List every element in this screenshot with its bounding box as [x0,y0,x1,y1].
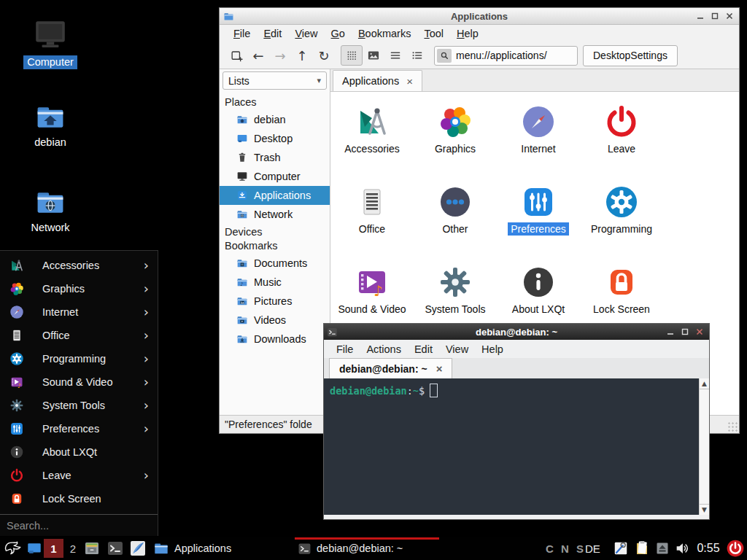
start-menu-item-about-lxqt[interactable]: About LXQt [0,440,158,464]
keyboard-indicator[interactable]: C N S [546,537,586,560]
app-preferences[interactable]: Preferences [497,178,580,258]
menu-help[interactable]: Help [450,26,485,41]
quicklaunch-terminal[interactable] [106,540,125,557]
scroll-down-icon[interactable]: ▼ [700,504,709,515]
menu-bookmarks[interactable]: Bookmarks [352,26,418,41]
app-accessories[interactable]: Accessories [330,98,414,178]
sidebar-item-downloads[interactable]: Downloads [220,330,330,349]
sidebar-item-network[interactable]: Network [220,205,330,224]
trash-icon [236,152,248,163]
file-cabinet-icon [83,540,101,557]
app-graphics[interactable]: Graphics [414,98,497,178]
show-desktop-button[interactable] [25,540,44,556]
resize-grip[interactable] [727,421,738,432]
submenu-arrow-icon: › [144,374,149,389]
task-button-file-manager[interactable]: Applications [150,537,290,560]
power-button[interactable] [726,539,745,558]
workspace-1-button[interactable]: 1 [44,539,63,558]
tab-bar: Applications × [330,69,739,92]
desktop-icon-computer[interactable]: Computer [9,16,91,69]
menu-go[interactable]: Go [325,26,352,41]
menu-file[interactable]: File [227,26,257,41]
desktop-icon [236,133,248,144]
sidebar-item-videos[interactable]: Videos [220,311,330,330]
quicklaunch-file-manager[interactable] [82,540,101,557]
clock[interactable]: 0:55 [693,537,724,560]
start-menu-item-office[interactable]: Office › [0,324,158,347]
terminal-tab[interactable]: debian@debian: ~ × [329,358,452,378]
sidebar-item-music[interactable]: Music [220,273,330,292]
close-icon[interactable]: × [436,363,443,374]
compact-view-button[interactable] [384,45,406,66]
menu-help[interactable]: Help [475,342,510,357]
main-menu-button[interactable] [2,539,22,558]
workspace-2-button[interactable]: 2 [66,539,80,558]
start-menu-item-programming[interactable]: Programming › [0,347,158,370]
address-bar[interactable]: menu://applications/ [434,46,578,66]
start-menu-item-internet[interactable]: Internet › [0,300,158,324]
menu-actions[interactable]: Actions [360,342,408,357]
file-manager-titlebar[interactable]: Applications [220,8,739,25]
desktop-icon-network[interactable]: Network [9,186,91,235]
desktop-settings-button[interactable]: DesktopSettings [583,45,678,66]
sidebar-item-pictures[interactable]: Pictures [220,292,330,311]
sidebar-item-desktop[interactable]: Desktop [220,129,330,148]
new-tab-button[interactable] [225,45,247,66]
start-menu-item-preferences[interactable]: Preferences › [0,417,158,440]
terminal-window: debian@debian: ~ File Actions Edit View … [323,323,710,520]
leave-icon [604,104,639,139]
sidebar-item-documents[interactable]: Documents [220,254,330,273]
icon-view-button[interactable] [341,45,363,66]
tab-applications[interactable]: Applications × [333,70,422,91]
start-menu-item-lock-screen[interactable]: Lock Screen [0,487,158,510]
eject-tray-icon[interactable] [655,541,670,556]
start-menu-item-system-tools[interactable]: System Tools › [0,394,158,417]
terminal-scrollbar[interactable]: ▲ ▼ [699,378,709,515]
app-leave[interactable]: Leave [580,98,663,178]
menu-edit[interactable]: Edit [257,26,288,41]
address-text[interactable]: menu://applications/ [452,50,547,61]
menu-view[interactable]: View [439,342,475,357]
keyboard-layout[interactable]: DE [585,537,600,560]
menu-tool[interactable]: Tool [417,26,450,41]
menu-edit[interactable]: Edit [408,342,439,357]
sidebar-item-trash[interactable]: Trash [220,148,330,167]
terminal-titlebar[interactable]: debian@debian: ~ [324,324,709,340]
app-internet[interactable]: Internet [497,98,580,178]
start-menu-search-input[interactable]: Search... [0,514,158,536]
sidebar-mode-select[interactable]: Lists ▾ [222,71,327,90]
start-menu-item-leave[interactable]: Leave › [0,464,158,487]
task-button-terminal[interactable]: debian@debian: ~ [295,537,439,560]
volume-icon[interactable] [674,540,690,556]
reload-button[interactable]: ↻ [313,45,335,66]
internet-icon [9,305,24,319]
quicklaunch-featherpad[interactable] [128,540,147,557]
detailed-view-button[interactable] [406,45,428,66]
clipboard-tray-icon[interactable] [633,540,651,557]
pictures-folder-icon [236,295,248,307]
forward-button[interactable]: → [269,45,291,66]
close-icon[interactable]: × [406,76,413,87]
app-programming[interactable]: Programming [580,178,663,258]
start-menu-item-sound-video[interactable]: Sound & Video › [0,370,158,394]
computer-icon [32,16,69,52]
sidebar-item-applications[interactable]: Applications [220,186,330,205]
screenshot-tray-icon[interactable] [613,540,629,556]
graphics-icon [9,281,24,296]
sidebar-item-computer[interactable]: Computer [220,167,330,186]
menu-file[interactable]: File [330,342,360,357]
preferences-icon [9,421,24,436]
app-office[interactable]: Office [330,178,414,258]
sidebar-item-debian[interactable]: debian [220,110,330,129]
scroll-up-icon[interactable]: ▲ [700,378,709,389]
thumbnail-view-button[interactable] [363,45,384,66]
app-other[interactable]: Other [414,178,497,258]
desktop-icon-debian[interactable]: debian [9,101,91,149]
home-folder-icon [236,114,248,125]
terminal-screen[interactable]: debian@debian:~$ [324,378,699,515]
menu-view[interactable]: View [288,26,324,41]
start-menu-item-accessories[interactable]: Accessories › [0,254,158,277]
start-menu-item-graphics[interactable]: Graphics › [0,277,158,300]
back-button[interactable]: ← [247,45,269,66]
up-button[interactable]: ↑ [291,45,313,66]
